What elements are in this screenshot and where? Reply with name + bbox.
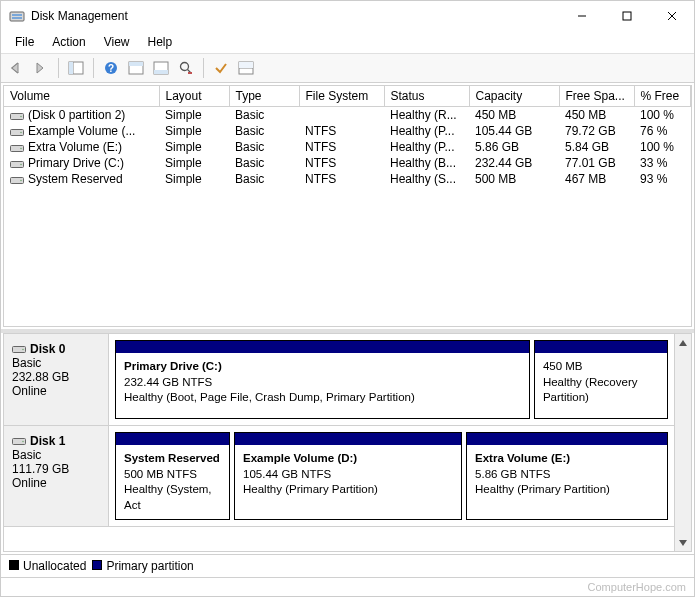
volume-fs: NTFS (299, 123, 384, 139)
col-pctfree[interactable]: % Free (634, 86, 691, 107)
volume-layout: Simple (159, 155, 229, 171)
disk-graphical-view: Disk 0Basic232.88 GBOnlinePrimary Drive … (3, 333, 692, 552)
disk-header[interactable]: Disk 0Basic232.88 GBOnline (4, 334, 109, 425)
disk-icon (12, 436, 26, 446)
vertical-scrollbar[interactable] (674, 334, 691, 551)
svg-point-25 (20, 132, 22, 134)
volume-layout: Simple (159, 123, 229, 139)
table-row[interactable]: Extra Volume (E:)SimpleBasicNTFSHealthy … (4, 139, 691, 155)
partition-health: Healthy (System, Act (124, 482, 221, 513)
legend: Unallocated Primary partition (1, 554, 694, 577)
partition-title: Extra Volume (E:) (475, 451, 659, 467)
legend-unallocated-label: Unallocated (23, 559, 86, 573)
toolbar-separator (58, 58, 59, 78)
disk-rows: Disk 0Basic232.88 GBOnlinePrimary Drive … (4, 334, 674, 551)
menu-view[interactable]: View (96, 33, 138, 51)
menu-action[interactable]: Action (44, 33, 93, 51)
partition-color-bar (116, 433, 229, 445)
menu-help[interactable]: Help (140, 33, 181, 51)
partition-color-bar (467, 433, 667, 445)
col-freespace[interactable]: Free Spa... (559, 86, 634, 107)
svg-point-29 (20, 164, 22, 166)
volume-free: 77.01 GB (559, 155, 634, 171)
svg-rect-0 (10, 12, 24, 21)
svg-rect-2 (12, 17, 22, 19)
menubar: File Action View Help (1, 31, 694, 54)
scroll-up-arrow[interactable] (675, 334, 691, 351)
table-row[interactable]: System ReservedSimpleBasicNTFSHealthy (S… (4, 171, 691, 187)
help-button[interactable]: ? (100, 57, 122, 79)
partition-size: 500 MB NTFS (124, 467, 221, 483)
disk-partitions: Primary Drive (C:)232.44 GB NTFSHealthy … (109, 334, 674, 425)
svg-rect-21 (239, 62, 253, 68)
app-icon (9, 8, 25, 24)
col-type[interactable]: Type (229, 86, 299, 107)
table-row[interactable]: (Disk 0 partition 2)SimpleBasicHealthy (… (4, 107, 691, 124)
volume-free: 467 MB (559, 171, 634, 187)
col-layout[interactable]: Layout (159, 86, 229, 107)
volume-pctfree: 100 % (634, 107, 691, 124)
drive-icon (10, 175, 24, 185)
partition-title: Example Volume (D:) (243, 451, 453, 467)
forward-button[interactable] (30, 57, 52, 79)
minimize-button[interactable] (559, 1, 604, 31)
content-area: Volume Layout Type File System Status Ca… (1, 83, 694, 577)
partition[interactable]: Example Volume (D:)105.44 GB NTFSHealthy… (234, 432, 462, 520)
svg-point-31 (20, 180, 22, 182)
disk-status: Online (12, 384, 100, 398)
menu-file[interactable]: File (7, 33, 42, 51)
table-row[interactable]: Primary Drive (C:)SimpleBasicNTFSHealthy… (4, 155, 691, 171)
maximize-button[interactable] (604, 1, 649, 31)
volume-free: 450 MB (559, 107, 634, 124)
toolbar-search-button[interactable] (175, 57, 197, 79)
back-button[interactable] (5, 57, 27, 79)
toolbar-layout-button[interactable] (235, 57, 257, 79)
col-filesystem[interactable]: File System (299, 86, 384, 107)
partition[interactable]: Primary Drive (C:)232.44 GB NTFSHealthy … (115, 340, 530, 419)
svg-point-16 (181, 63, 189, 71)
views-button[interactable] (65, 57, 87, 79)
volume-pctfree: 76 % (634, 123, 691, 139)
volume-status: Healthy (P... (384, 139, 469, 155)
volume-layout: Simple (159, 139, 229, 155)
volume-capacity: 105.44 GB (469, 123, 559, 139)
partition[interactable]: Extra Volume (E:)5.86 GB NTFSHealthy (Pr… (466, 432, 668, 520)
col-status[interactable]: Status (384, 86, 469, 107)
disk-row[interactable]: Disk 0Basic232.88 GBOnlinePrimary Drive … (4, 334, 674, 426)
volume-list[interactable]: Volume Layout Type File System Status Ca… (3, 85, 692, 327)
table-row[interactable]: Example Volume (...SimpleBasicNTFSHealth… (4, 123, 691, 139)
volume-capacity: 450 MB (469, 107, 559, 124)
volume-pctfree: 33 % (634, 155, 691, 171)
toolbar-check-button[interactable] (210, 57, 232, 79)
disk-status: Online (12, 476, 100, 490)
volume-name: System Reserved (28, 172, 123, 186)
col-capacity[interactable]: Capacity (469, 86, 559, 107)
drive-icon (10, 159, 24, 169)
volume-fs: NTFS (299, 139, 384, 155)
volume-pctfree: 100 % (634, 139, 691, 155)
disk-type: Basic (12, 448, 100, 462)
svg-rect-13 (129, 62, 143, 66)
volume-pctfree: 93 % (634, 171, 691, 187)
disk-header[interactable]: Disk 1Basic111.79 GBOnline (4, 426, 109, 526)
volume-capacity: 5.86 GB (469, 139, 559, 155)
titlebar: Disk Management (1, 1, 694, 31)
volume-layout: Simple (159, 107, 229, 124)
scroll-down-arrow[interactable] (675, 534, 691, 551)
partition[interactable]: 450 MBHealthy (Recovery Partition) (534, 340, 668, 419)
disk-row[interactable]: Disk 1Basic111.79 GBOnlineSystem Reserve… (4, 426, 674, 527)
partition[interactable]: System Reserved500 MB NTFSHealthy (Syste… (115, 432, 230, 520)
column-header-row: Volume Layout Type File System Status Ca… (4, 86, 691, 107)
col-volume[interactable]: Volume (4, 86, 159, 107)
toolbar-panel-bottom-button[interactable] (150, 57, 172, 79)
volume-type: Basic (229, 123, 299, 139)
partition-health: Healthy (Primary Partition) (243, 482, 453, 498)
close-button[interactable] (649, 1, 694, 31)
volume-name: Extra Volume (E:) (28, 140, 122, 154)
volume-fs (299, 107, 384, 124)
toolbar-panel-top-button[interactable] (125, 57, 147, 79)
svg-rect-4 (623, 12, 631, 20)
volume-type: Basic (229, 171, 299, 187)
volume-name: Primary Drive (C:) (28, 156, 124, 170)
volume-layout: Simple (159, 171, 229, 187)
